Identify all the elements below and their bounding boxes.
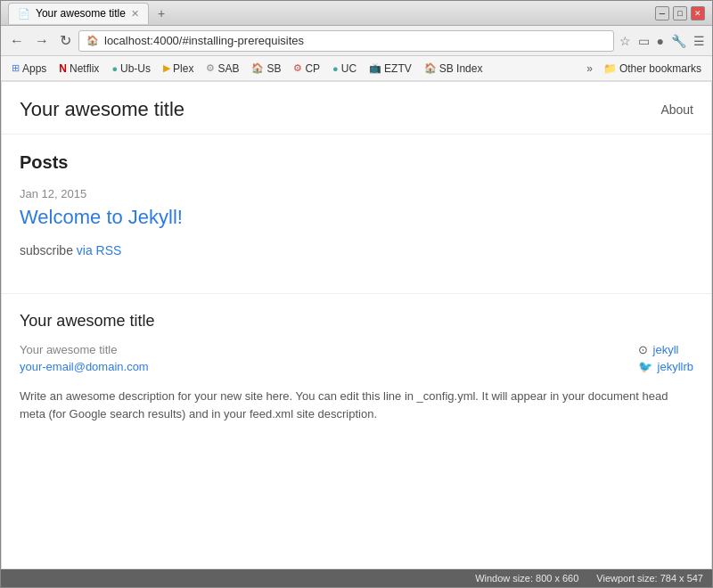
footer-columns: Your awesome title your-email@domain.com… [20,343,693,373]
window-controls: ─ □ ✕ [655,6,705,20]
uc-icon: ● [332,63,339,74]
close-button[interactable]: ✕ [691,6,705,20]
ubus-icon: ● [111,63,118,74]
address-icon: 🏠 [86,35,99,46]
bookmark-eztv[interactable]: 📺 EZTV [364,61,417,77]
bookmark-uc-label: UC [341,62,356,75]
bookmark-netflix[interactable]: N Netflix [53,61,104,77]
github-icon: ⊙ [638,343,648,356]
other-bookmarks-label: Other bookmarks [619,62,701,75]
plex-icon: ▶ [163,62,170,74]
status-bar: Window size: 713 x 588 Viewport size: 78… [1,569,712,587]
post-item: Jan 12, 2015 Welcome to Jekyll! [20,187,693,229]
reload-button[interactable]: ↻ [56,30,75,51]
tab-page-icon: 📄 [18,8,30,20]
forward-button[interactable]: → [31,31,53,51]
bookmark-apps[interactable]: ⊞ Apps [6,61,52,77]
window-size-label: Window size: 713 x 588 [475,573,578,584]
page-content: Your awesome title About Posts Jan 12, 2… [1,81,712,569]
menu-button[interactable]: ☰ [692,32,707,50]
main-content: Posts Jan 12, 2015 Welcome to Jekyll! su… [2,135,711,293]
other-bookmarks-icon: 📁 [603,62,617,75]
viewport-size-label: Viewport size: 784 x 547 [596,573,703,584]
bookmark-apps-label: Apps [22,62,46,75]
bookmark-cp-label: CP [305,62,320,75]
bookmark-sb-index-label: SB Index [439,62,483,75]
sb-index-icon: 🏠 [424,62,437,74]
sab-icon: ⚙ [206,62,215,74]
cast-button[interactable]: ▭ [636,32,652,50]
footer-title: Your awesome title [20,312,693,331]
footer-description: Write an awesome description for your ne… [20,388,693,422]
apps-icon: ⊞ [12,62,20,74]
bookmarks-bar: ⊞ Apps N Netflix ● Ub-Us ▶ Plex ⚙ SAB 🏠 … [1,56,712,81]
subscribe-text: subscribe via RSS [20,243,693,257]
eztv-icon: 📺 [369,62,381,74]
bookmark-plex[interactable]: ▶ Plex [158,61,199,77]
github-social: ⊙ jekyll [638,343,693,356]
rss-link[interactable]: via RSS [77,243,122,257]
site-header: Your awesome title About [2,82,711,135]
bookmark-sab[interactable]: ⚙ SAB [201,61,244,77]
footer-col-left: Your awesome title your-email@domain.com [20,343,149,373]
back-button[interactable]: ← [6,31,28,51]
footer-email-link[interactable]: your-email@domain.com [20,360,149,373]
bookmark-uc[interactable]: ● UC [327,61,362,77]
user-button[interactable]: ● [655,32,666,50]
bookmark-ub-us[interactable]: ● Ub-Us [106,61,156,77]
twitter-social: 🐦 jekyllrb [638,360,693,373]
site-nav: About [660,102,693,117]
posts-heading: Posts [20,152,693,173]
cp-icon: ⚙ [293,62,302,74]
twitter-icon: 🐦 [638,360,652,373]
title-bar: 📄 Your awesome title ✕ + ─ □ ✕ [1,1,712,26]
browser-tab[interactable]: 📄 Your awesome title ✕ [8,3,149,24]
new-tab-button[interactable]: + [152,4,170,22]
address-bar[interactable]: 🏠 localhost:4000/#installing-prerequisit… [78,30,614,52]
footer-col-right: ⊙ jekyll 🐦 jekyllrb [638,343,693,373]
more-bookmarks-button[interactable]: » [583,61,596,77]
tab-title: Your awesome title [36,7,126,20]
subscribe-prefix: subscribe [20,243,77,257]
netflix-icon: N [59,62,67,75]
browser-window: 📄 Your awesome title ✕ + ─ □ ✕ ← → ↻ 🏠 l… [0,0,713,588]
sb-icon: 🏠 [251,62,264,74]
bookmark-sb[interactable]: 🏠 SB [246,61,286,77]
star-button[interactable]: ☆ [618,32,633,50]
nav-bar: ← → ↻ 🏠 localhost:4000/#installing-prere… [1,26,712,56]
bookmark-netflix-label: Netflix [70,62,99,75]
title-bar-left: 📄 Your awesome title ✕ + [8,3,170,24]
bookmark-sb-index[interactable]: 🏠 SB Index [419,61,488,77]
footer-site-name: Your awesome title [20,343,149,356]
minimize-button[interactable]: ─ [655,6,669,20]
bookmark-plex-label: Plex [173,62,193,75]
nav-about-link[interactable]: About [660,102,693,117]
bookmark-cp[interactable]: ⚙ CP [288,61,325,77]
twitter-link[interactable]: jekyllrb [658,360,693,373]
bookmark-sab-label: SAB [217,62,239,75]
bookmark-eztv-label: EZTV [384,62,412,75]
bookmark-ubus-label: Ub-Us [120,62,151,75]
nav-icons: ☆ ▭ ● 🔧 ☰ [618,32,707,50]
bookmark-sb-label: SB [266,62,281,75]
post-title-link[interactable]: Welcome to Jekyll! [20,206,693,229]
site-title: Your awesome title [20,98,184,121]
github-link[interactable]: jekyll [653,343,679,356]
tab-close-icon[interactable]: ✕ [131,8,139,20]
extensions-button[interactable]: 🔧 [669,32,688,50]
other-bookmarks[interactable]: 📁 Other bookmarks [598,61,707,77]
address-text: localhost:4000/#installing-prerequisites [104,34,606,47]
post-date: Jan 12, 2015 [20,187,693,200]
site-footer: Your awesome title Your awesome title yo… [2,293,711,440]
maximize-button[interactable]: □ [673,6,687,20]
